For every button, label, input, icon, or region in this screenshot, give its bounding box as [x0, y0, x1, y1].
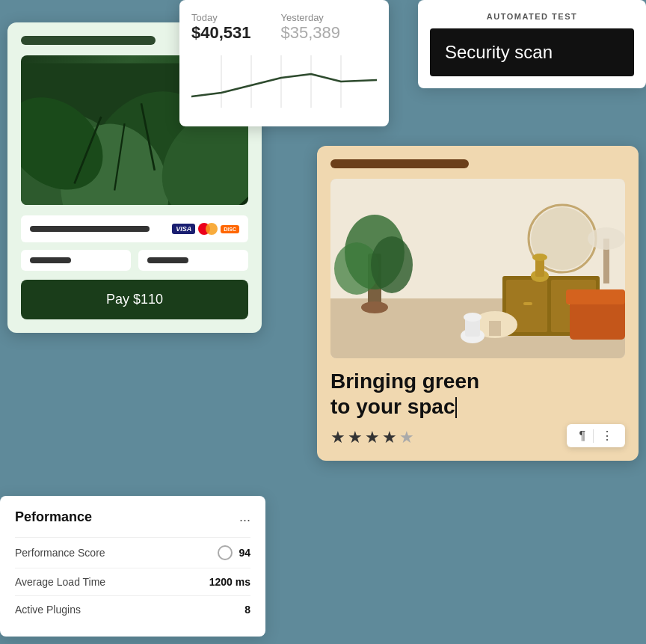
payment-row2 [21, 250, 248, 271]
blog-title: Bringing green to your spac [330, 369, 625, 419]
expiry-input[interactable] [21, 250, 131, 271]
paragraph-icon[interactable]: ¶ [574, 429, 590, 443]
performance-title: Peformance [15, 509, 92, 525]
active-plugins-row: Active Plugins 8 [15, 595, 250, 623]
star-5-half: ★ [399, 428, 414, 447]
cvv-input[interactable] [138, 250, 248, 271]
star-4: ★ [382, 428, 397, 447]
svg-point-26 [532, 254, 547, 261]
card-number-line [30, 226, 150, 232]
toolbar-divider [593, 429, 594, 443]
yesterday-section: Yesterday $35,389 [281, 12, 341, 43]
svg-rect-35 [489, 321, 501, 336]
svg-point-37 [588, 227, 625, 250]
score-circle-icon [218, 545, 233, 560]
cvv-line [147, 257, 188, 263]
performance-score-row: Performance Score 94 [15, 537, 250, 568]
visa-logo: VISA [172, 224, 195, 234]
load-time-label: Average Load Time [15, 576, 105, 588]
svg-point-30 [371, 236, 413, 293]
star-3: ★ [365, 428, 380, 447]
today-section: Today $40,531 [191, 12, 251, 43]
blog-title-line1: Bringing green [330, 369, 479, 393]
performance-score-number: 94 [239, 547, 250, 559]
card-number-input[interactable]: VISA DISC [21, 215, 248, 242]
today-label: Today [191, 12, 251, 23]
room-image [330, 179, 625, 358]
star-2: ★ [348, 428, 363, 447]
svg-rect-22 [523, 302, 532, 305]
blog-toolbar: ¶ ⋮ [567, 424, 625, 447]
load-time-row: Average Load Time 1200 ms [15, 568, 250, 595]
card-logos: VISA DISC [172, 223, 239, 235]
svg-point-40 [464, 313, 482, 322]
automated-test-card: AUTOMATED TEST Security scan [418, 0, 646, 88]
yesterday-label: Yesterday [281, 12, 341, 23]
yesterday-value: $35,389 [281, 23, 341, 43]
performance-menu-button[interactable]: ... [239, 509, 250, 525]
blog-title-line2: to your spac [330, 395, 455, 418]
performance-score-label: Performance Score [15, 547, 105, 559]
performance-score-value: 94 [218, 545, 250, 560]
automated-test-label: AUTOMATED TEST [430, 12, 634, 21]
more-options-icon[interactable]: ⋮ [597, 429, 618, 443]
active-plugins-value: 8 [244, 604, 250, 616]
payment-card-decoration [21, 36, 156, 45]
blog-card-decoration [330, 159, 469, 168]
performance-card: Peformance ... Performance Score 94 Aver… [0, 496, 265, 637]
security-scan-banner: Security scan [430, 28, 634, 76]
load-time-value: 1200 ms [209, 576, 250, 588]
text-cursor [455, 397, 457, 418]
load-time-number: 1200 ms [209, 576, 250, 588]
discover-logo: DISC [221, 225, 239, 233]
mastercard-logo [198, 223, 218, 235]
active-plugins-number: 8 [244, 604, 250, 616]
today-value: $40,531 [191, 23, 251, 43]
active-plugins-label: Active Plugins [15, 604, 81, 616]
chart-header: Today $40,531 Yesterday $35,389 [191, 12, 377, 43]
svg-point-31 [361, 301, 388, 313]
svg-rect-33 [566, 289, 625, 304]
performance-header: Peformance ... [15, 509, 250, 525]
chart-card: Today $40,531 Yesterday $35,389 [179, 0, 389, 126]
security-scan-text: Security scan [445, 42, 553, 63]
expiry-line [30, 257, 71, 263]
blog-card: Bringing green to your spac ★ ★ ★ ★ ★ ¶ … [317, 146, 639, 461]
star-1: ★ [330, 428, 345, 447]
pay-button[interactable]: Pay $110 [21, 280, 248, 319]
line-chart [191, 52, 377, 111]
